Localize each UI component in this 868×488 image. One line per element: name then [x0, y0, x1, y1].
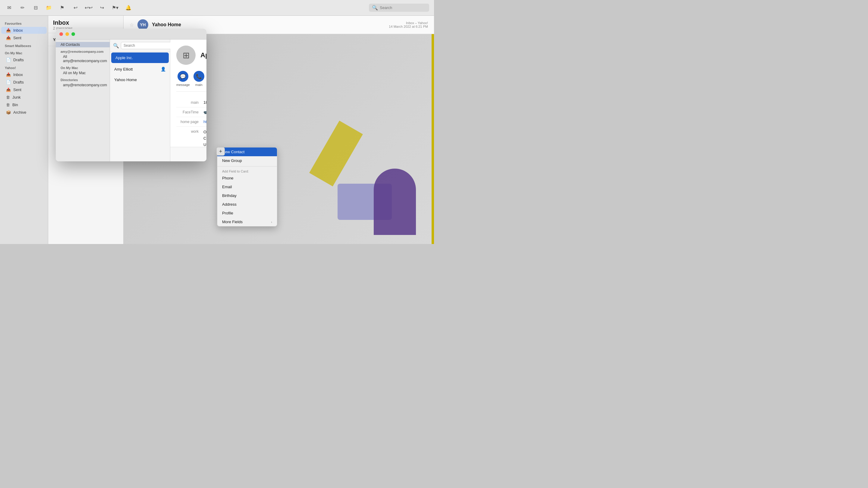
sent-icon: 📤	[6, 36, 11, 40]
folder-icon[interactable]: 📁	[44, 4, 53, 12]
contact-name: Apple Inc.	[200, 51, 207, 59]
archive-icon[interactable]: ⊟	[31, 4, 40, 12]
more-flag-icon[interactable]: ⚑▾	[111, 4, 119, 12]
sidebar-item-yahoo-inbox[interactable]: 📥 Inbox	[1, 71, 47, 78]
yahoo-yellow-bar	[432, 34, 434, 244]
reply-icon[interactable]: ↩	[71, 4, 80, 12]
close-button[interactable]	[59, 32, 63, 36]
contacts-window: All Contacts amy@remotecompany.com All a…	[56, 29, 207, 161]
more-fields-label: More Fields	[222, 220, 243, 224]
sidebar-item-drafts-mac[interactable]: 📄 Drafts	[1, 56, 47, 63]
inbox-title: Inbox	[53, 19, 119, 26]
contact-field-main: main 1800MYAPPLE	[176, 98, 207, 107]
sidebar-item-sent[interactable]: 📤 Sent	[1, 34, 47, 41]
facetime-video-icon[interactable]: 📹	[204, 110, 207, 114]
sidebar-inbox-label: Inbox	[13, 28, 23, 33]
compose-icon[interactable]: ✉	[5, 4, 13, 12]
contact-actions: 💬 message 📞 main 📹 video ✉	[176, 71, 207, 92]
sidebar-item-inbox[interactable]: 📥 Inbox	[1, 27, 47, 34]
contacts-directories-header: Directories	[56, 76, 110, 82]
decorative-person	[374, 169, 416, 235]
dropdown-phone[interactable]: Phone	[217, 174, 277, 182]
contact-detail-header: ⊞ Apple Inc.	[176, 46, 207, 65]
contact-bottom-bar: Edit ⎋	[170, 147, 207, 161]
dropdown-profile[interactable]: Profile	[217, 209, 277, 218]
sidebar-yahoo-drafts-label: Drafts	[13, 80, 24, 84]
dropdown-address[interactable]: Address	[217, 200, 277, 209]
sidebar-drafts-mac-label: Drafts	[13, 58, 24, 62]
sidebar-item-yahoo-drafts[interactable]: 📄 Drafts	[1, 79, 47, 86]
contacts-list: 🔍 Apple Inc. Amy Elliott 👤 Yahoo Home	[110, 39, 170, 161]
on-my-mac-label: On My Mac	[0, 49, 48, 56]
forward-icon[interactable]: ↪	[98, 4, 106, 12]
contacts-group-all[interactable]: All Contacts	[56, 42, 110, 47]
sidebar-yahoo-bin-label: Bin	[12, 103, 18, 107]
field-label-facetime: FaceTime	[176, 110, 204, 114]
dropdown-menu: New Contact New Group Add Field to Card:…	[217, 147, 277, 227]
sidebar-yahoo-archive-label: Archive	[13, 110, 26, 115]
toolbar-search[interactable]: 🔍	[369, 4, 429, 12]
contact-amy-card-icon: 👤	[161, 67, 166, 71]
field-value-main: 1800MYAPPLE	[204, 100, 207, 105]
star-icon[interactable]: ☆	[130, 22, 134, 28]
contacts-content: All Contacts amy@remotecompany.com All a…	[56, 39, 207, 161]
field-value-homepage[interactable]: http://www.apple.com	[204, 119, 207, 124]
sidebar-yahoo-junk-label: Junk	[12, 95, 21, 99]
reply-all-icon[interactable]: ↩↩	[84, 4, 93, 12]
sidebar-item-yahoo-junk[interactable]: 🗑 Junk	[1, 94, 47, 101]
field-value-work: One Apple Park WayCupertino CA 95014Unit…	[204, 129, 207, 147]
dropdown-new-group[interactable]: New Group	[217, 156, 277, 165]
message-meta: Inbox – Yahoo! 14 March 2022 at 6:21 PM	[389, 21, 428, 28]
sidebar-yahoo-inbox-label: Inbox	[13, 73, 23, 77]
flag-icon[interactable]: ⚑	[58, 4, 66, 12]
contact-action-call[interactable]: 📞 main	[193, 71, 204, 87]
sidebar-item-yahoo-sent[interactable]: 📤 Sent	[1, 86, 47, 93]
contacts-section-amy: amy@remotecompany.com	[56, 47, 110, 54]
favourites-label: Favourites	[0, 19, 48, 27]
maximize-button[interactable]	[71, 32, 75, 36]
contacts-all-on-my-mac[interactable]: All on My Mac	[56, 70, 110, 76]
yahoo-junk-icon: 🗑	[6, 95, 10, 99]
sidebar-item-yahoo-bin[interactable]: 🗑 Bin	[1, 101, 47, 108]
message-action-icon: 💬	[178, 71, 188, 82]
contact-logo: ⊞	[176, 46, 195, 65]
sidebar: Favourites 📥 Inbox 📤 Sent Smart Mailboxe…	[0, 16, 48, 244]
contact-field-work: work One Apple Park WayCupertino CA 9501…	[176, 127, 207, 147]
contacts-all-amy[interactable]: All amy@remotecompany.com	[56, 54, 110, 64]
message-location: Inbox – Yahoo!	[389, 21, 428, 25]
drafts-icon: 📄	[6, 58, 11, 62]
new-message-icon[interactable]: ✏	[18, 4, 27, 12]
field-value-facetime: 📹 📞	[204, 110, 207, 114]
notification-icon[interactable]: 🔔	[124, 4, 133, 12]
sidebar-yahoo-sent-label: Sent	[13, 87, 22, 92]
minimize-button[interactable]	[65, 32, 69, 36]
contacts-search-bar: 🔍	[110, 39, 170, 52]
contacts-search-input[interactable]	[121, 42, 172, 49]
field-label-work: work	[176, 129, 204, 134]
contact-apple-name: Apple Inc.	[116, 56, 133, 60]
dropdown-new-contact[interactable]: New Contact	[217, 147, 277, 156]
contact-item-apple[interactable]: Apple Inc.	[111, 53, 169, 63]
contact-item-amy[interactable]: Amy Elliott 👤	[110, 64, 170, 75]
contacts-directory-amy[interactable]: amy@remotecompany.com	[56, 82, 110, 88]
contact-logo-icon: ⊞	[183, 50, 190, 60]
add-contact-button[interactable]: +	[216, 147, 225, 155]
dropdown-birthday[interactable]: Birthday	[217, 191, 277, 200]
dropdown-more-fields[interactable]: More Fields ›	[217, 218, 277, 226]
dropdown-email[interactable]: Email	[217, 182, 277, 191]
field-label-main: main	[176, 100, 204, 105]
contact-field-facetime: FaceTime 📹 📞	[176, 107, 207, 117]
search-input[interactable]	[380, 5, 425, 10]
contacts-titlebar	[56, 29, 207, 39]
contacts-sidebar: All Contacts amy@remotecompany.com All a…	[56, 39, 110, 161]
sidebar-item-yahoo-archive[interactable]: 📦 Archive	[1, 109, 47, 116]
call-action-icon: 📞	[193, 71, 204, 82]
contact-action-message[interactable]: 💬 message	[176, 71, 190, 87]
yahoo-label: Yahoo!	[0, 64, 48, 71]
homepage-link[interactable]: http://www.apple.com	[204, 119, 207, 124]
yahoo-archive-icon: 📦	[6, 110, 11, 115]
contact-detail: ⊞ Apple Inc. 💬 message 📞 main	[170, 39, 207, 147]
yahoo-drafts-icon: 📄	[6, 80, 11, 84]
call-action-label: main	[195, 83, 203, 87]
contact-item-yahoo[interactable]: Yahoo Home	[110, 75, 170, 85]
